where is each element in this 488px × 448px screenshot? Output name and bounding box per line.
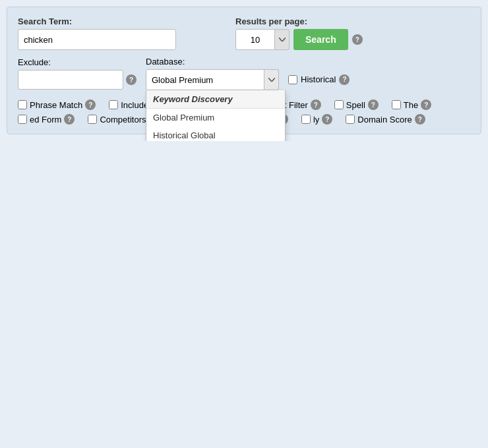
dropdown-item-historical-global[interactable]: Historical Global <box>146 126 285 141</box>
database-label: Database: <box>146 57 279 67</box>
chevron-down-icon <box>268 78 275 82</box>
cb-domain-score: Domain Score ? <box>346 114 425 125</box>
ed-form-checkbox[interactable] <box>18 115 27 124</box>
exclude-row: Exclude: ? Database: Global Premium Keyw… <box>18 57 470 90</box>
phrase-match-checkbox[interactable] <box>18 100 27 109</box>
cb-ly: ly ? <box>301 114 332 125</box>
results-group: Results per page: Search ? <box>235 16 363 50</box>
include-label[interactable]: Include <box>121 100 148 110</box>
spell-checkbox[interactable] <box>334 100 344 109</box>
database-dropdown-arrow[interactable] <box>264 69 279 90</box>
search-button[interactable]: Search <box>293 29 348 50</box>
search-term-label: Search Term: <box>18 16 176 26</box>
results-controls: Search ? <box>235 29 363 50</box>
include-checkbox[interactable] <box>109 100 118 109</box>
historical-label[interactable]: Historical <box>301 74 336 84</box>
phrase-match-help-icon: ? <box>85 99 96 110</box>
ly-checkbox[interactable] <box>301 115 311 124</box>
adult-filter-help-icon: ? <box>311 99 321 110</box>
the-label[interactable]: The <box>404 100 418 110</box>
phrase-match-label[interactable]: Phrase Match <box>30 100 82 110</box>
the-checkbox[interactable] <box>392 100 401 109</box>
competitors-checkbox[interactable] <box>88 115 97 124</box>
database-dropdown: Keyword Discovery Global Premium Histori… <box>146 90 286 141</box>
exclude-input[interactable] <box>18 70 123 90</box>
exclude-group: Exclude: ? <box>18 57 137 90</box>
cb-ed-form: ed Form ? <box>18 114 75 125</box>
database-select-wrap: Global Premium Keyword Discovery Global … <box>146 69 279 90</box>
dropdown-item-global-premium[interactable]: Global Premium <box>146 109 285 126</box>
cb-phrase-match: Phrase Match ? <box>18 99 96 110</box>
historical-help-icon: ? <box>339 74 350 85</box>
database-group: Database: Global Premium Keyword Discove… <box>146 57 279 90</box>
competitors-label[interactable]: Competitors <box>100 115 146 125</box>
ed-form-label[interactable]: ed Form <box>30 115 61 125</box>
ly-label[interactable]: ly <box>313 115 319 125</box>
search-help-icon: ? <box>352 34 363 45</box>
results-select-wrap <box>235 29 290 50</box>
search-term-group: Search Term: <box>18 16 176 50</box>
exclude-help-icon: ? <box>126 74 137 85</box>
domain-score-checkbox[interactable] <box>346 115 355 124</box>
cb-spell: Spell ? <box>334 99 379 110</box>
results-per-page-input[interactable] <box>235 29 275 50</box>
main-container: Search Term: Results per page: Search ? … <box>7 7 481 134</box>
search-input[interactable] <box>18 29 176 50</box>
spell-help-icon: ? <box>368 99 379 110</box>
historical-group: Historical ? <box>288 74 350 85</box>
ly-help-icon: ? <box>322 114 332 125</box>
cb-the: The ? <box>392 99 431 110</box>
results-per-page-label: Results per page: <box>235 16 363 26</box>
database-selected-value[interactable]: Global Premium <box>146 69 264 90</box>
dropdown-header: Keyword Discovery <box>146 90 285 109</box>
domain-score-help-icon: ? <box>415 114 425 125</box>
exclude-input-wrap: ? <box>18 70 137 90</box>
domain-score-label[interactable]: Domain Score <box>357 115 412 125</box>
chevron-down-icon <box>279 38 286 42</box>
results-arrow-btn[interactable] <box>275 29 290 50</box>
spell-label[interactable]: Spell <box>346 100 365 110</box>
historical-checkbox[interactable] <box>288 75 297 84</box>
exclude-label: Exclude: <box>18 57 137 67</box>
the-help-icon: ? <box>421 99 431 110</box>
ed-form-help-icon: ? <box>64 114 75 125</box>
search-row: Search Term: Results per page: Search ? <box>18 16 470 50</box>
